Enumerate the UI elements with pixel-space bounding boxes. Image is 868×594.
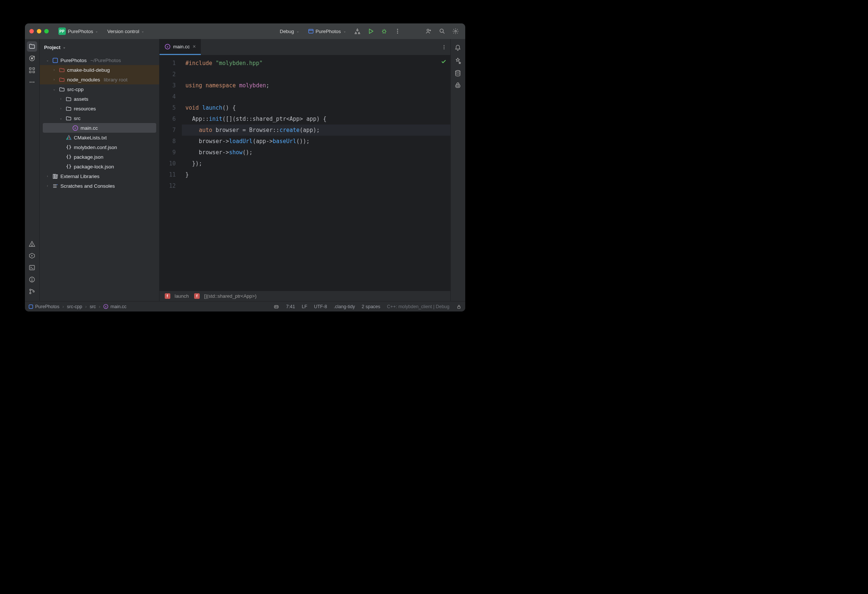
- more-tools-button[interactable]: [27, 77, 37, 87]
- todo-tool-button[interactable]: [27, 274, 37, 285]
- svg-text:?: ?: [34, 56, 35, 58]
- ai-assistant-button[interactable]: [453, 55, 463, 66]
- run-button[interactable]: [366, 26, 376, 37]
- code-with-me-button[interactable]: [424, 26, 434, 37]
- nav-crumb[interactable]: c main.cc: [103, 304, 127, 309]
- indent-status[interactable]: 2 spaces: [362, 304, 381, 309]
- ide-window: PP PurePhotos ⌄ Version control ⌄ Debug …: [25, 24, 465, 311]
- tree-folder[interactable]: ›Scratches and Consoles: [40, 181, 159, 191]
- vcs-label: Version control: [107, 29, 139, 34]
- chevron-down-icon[interactable]: ⌄: [58, 116, 63, 120]
- services-tool-button[interactable]: [27, 251, 37, 261]
- tree-file[interactable]: molybden.conf.json: [40, 142, 159, 152]
- lock-icon[interactable]: [456, 304, 462, 309]
- maximize-window-button[interactable]: [44, 29, 49, 34]
- terminal-tool-button[interactable]: [27, 262, 37, 273]
- tree-file[interactable]: cmain.cc: [43, 123, 156, 133]
- run-target-selector[interactable]: PurePhotos ⌄: [305, 27, 349, 36]
- code-line[interactable]: });: [182, 158, 450, 169]
- code-line[interactable]: #include "molybden.hpp": [182, 57, 450, 69]
- tree-file[interactable]: CMakeLists.txt: [40, 133, 159, 142]
- chevron-right-icon[interactable]: ›: [52, 68, 57, 72]
- vcs-menu[interactable]: Version control ⌄: [104, 27, 147, 36]
- tree-folder[interactable]: ›cmake-build-debug: [40, 65, 159, 75]
- tree-file[interactable]: package-lock.json: [40, 162, 159, 171]
- chevron-right-icon[interactable]: ›: [58, 107, 63, 111]
- breadcrumb-item[interactable]: f launch: [165, 293, 189, 299]
- tree-file[interactable]: package.json: [40, 152, 159, 162]
- code-line[interactable]: void launch() {: [182, 102, 450, 113]
- svg-rect-30: [53, 58, 57, 62]
- svg-rect-16: [33, 71, 35, 73]
- tree-folder[interactable]: ⌄src-cpp: [40, 84, 159, 94]
- svg-point-7: [440, 29, 443, 32]
- code-editor[interactable]: 123456789101112 #include "molybden.hpp"u…: [159, 55, 450, 291]
- run-config-selector[interactable]: Debug ⌄: [277, 27, 302, 36]
- svg-rect-14: [33, 68, 35, 69]
- editor-tabs-menu[interactable]: [438, 39, 450, 55]
- build-button[interactable]: [352, 26, 363, 37]
- chevron-right-icon[interactable]: ›: [58, 97, 63, 101]
- cursor-position[interactable]: 7:41: [286, 304, 295, 309]
- database-tool-button[interactable]: [453, 68, 463, 78]
- close-window-button[interactable]: [30, 29, 34, 34]
- more-actions-button[interactable]: [392, 26, 403, 37]
- tab-main-cc[interactable]: c main.cc ×: [159, 39, 201, 55]
- chevron-down-icon[interactable]: ⌄: [45, 58, 50, 62]
- code-line[interactable]: App::init([](std::shared_ptr<App> app) {: [182, 113, 450, 125]
- code-line[interactable]: browser->show();: [182, 147, 450, 158]
- search-everywhere-button[interactable]: [437, 26, 447, 37]
- code-line[interactable]: }: [182, 169, 450, 180]
- tree-folder[interactable]: ⌄PurePhotos~/PurePhotos: [40, 55, 159, 65]
- svg-line-8: [443, 32, 444, 34]
- close-tab-button[interactable]: ×: [193, 43, 196, 49]
- tree-folder[interactable]: ›node_moduleslibrary root: [40, 75, 159, 84]
- code-line[interactable]: browser->loadUrl(app->baseUrl());: [182, 136, 450, 147]
- svg-text:c: c: [74, 127, 76, 130]
- git-tool-button[interactable]: [27, 286, 37, 297]
- project-view-header[interactable]: Project ⌄: [40, 39, 159, 55]
- project-tree[interactable]: ⌄PurePhotos~/PurePhotos›cmake-build-debu…: [40, 55, 159, 301]
- editor-tabs: c main.cc ×: [159, 39, 450, 55]
- copilot-tool-button[interactable]: [453, 81, 463, 91]
- file-encoding[interactable]: UTF-8: [314, 304, 327, 309]
- svg-rect-34: [55, 174, 56, 178]
- svg-point-3: [397, 29, 398, 30]
- problems-tool-button[interactable]: [27, 239, 37, 249]
- svg-point-44: [443, 48, 444, 49]
- code-line[interactable]: [182, 180, 450, 192]
- tree-folder[interactable]: ›resources: [40, 104, 159, 113]
- debug-button[interactable]: [379, 26, 390, 37]
- minimize-window-button[interactable]: [37, 29, 41, 34]
- commit-tool-button[interactable]: ?: [27, 53, 37, 63]
- resolve-context[interactable]: C++: molybden_client | Debug: [387, 304, 450, 309]
- copilot-status-icon[interactable]: [273, 304, 279, 310]
- project-selector[interactable]: PP PurePhotos ⌄: [55, 26, 102, 37]
- structure-tool-button[interactable]: [27, 65, 37, 75]
- line-separator[interactable]: LF: [302, 304, 307, 309]
- breadcrumb-item[interactable]: f [](std::shared_ptr<App>): [194, 293, 257, 299]
- nav-crumb[interactable]: src: [90, 304, 96, 309]
- code-line[interactable]: [182, 91, 450, 102]
- tree-item-label: Scratches and Consoles: [61, 183, 115, 189]
- code-line[interactable]: auto browser = Browser::create(app);: [182, 125, 450, 136]
- nav-crumb[interactable]: src-cpp: [67, 304, 82, 309]
- chevron-right-icon[interactable]: ›: [45, 184, 50, 188]
- tree-folder[interactable]: ⌄src: [40, 113, 159, 123]
- linter-status[interactable]: .clang-tidy: [334, 304, 355, 309]
- folder-icon: [59, 86, 65, 92]
- chevron-right-icon[interactable]: ›: [45, 174, 50, 178]
- code-line[interactable]: [182, 69, 450, 80]
- chevron-down-icon[interactable]: ⌄: [52, 87, 57, 91]
- tab-label: main.cc: [173, 44, 190, 49]
- tree-folder[interactable]: ›External Libraries: [40, 171, 159, 181]
- tree-folder[interactable]: ›assets: [40, 94, 159, 104]
- nav-crumb[interactable]: PurePhotos: [29, 304, 59, 309]
- project-tool-button[interactable]: [27, 41, 37, 52]
- svg-text:c: c: [167, 45, 168, 48]
- code-content[interactable]: #include "molybden.hpp"using namespace m…: [182, 55, 450, 291]
- notifications-tool-button[interactable]: [453, 43, 463, 53]
- chevron-right-icon[interactable]: ›: [52, 78, 57, 81]
- settings-button[interactable]: [450, 26, 461, 37]
- code-line[interactable]: using namespace molybden;: [182, 80, 450, 91]
